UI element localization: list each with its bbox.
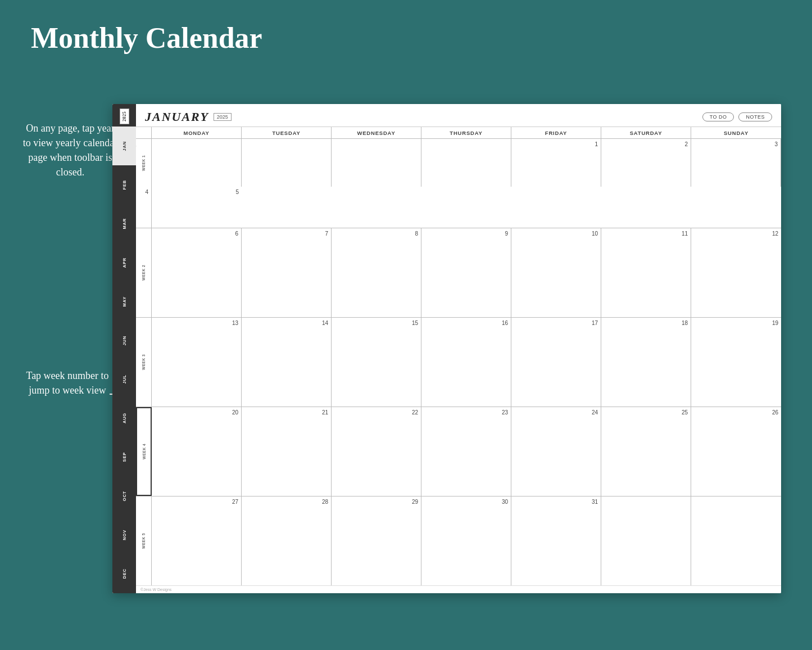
month-tab-label: APR [122,258,127,268]
month-tab-feb[interactable]: FEB [112,165,136,204]
month-tab-label: MAR [122,218,127,229]
month-tab-aug[interactable]: AUG [112,399,136,437]
day-header-wed: WEDNESDAY [332,127,421,138]
month-tab-dec[interactable]: DEC [112,554,136,593]
year-tab[interactable]: 2025 [120,109,129,124]
week-label: WEEK 5 [142,533,146,549]
calendar-spine: 2025 JANFEBMARAPRMAYJUNJULAUGSEPOCTNOVDE… [112,104,136,593]
week-label: WEEK 3 [142,354,146,370]
month-tab-jul[interactable]: JUL [112,360,136,399]
month-tab-label: JUN [122,336,127,345]
month-tab-label: JUL [122,374,127,384]
month-tab-label: JAN [122,141,127,151]
day-cell[interactable]: 26 [691,407,781,496]
day-header-tue: TUESDAY [242,127,332,138]
day-cell[interactable]: 6 [152,228,242,317]
week-label-cell-4[interactable]: WEEK 4 [136,407,152,496]
calendar-row: WEEK 5272829303100 [136,496,781,585]
day-header-mon: MONDAY [152,127,242,138]
day-cell[interactable]: 12 [691,228,781,317]
day-cell[interactable]: 10 [511,228,601,317]
month-tab-label: NOV [122,530,127,540]
day-cell[interactable]: 17 [511,318,601,407]
days-header: MONDAY TUESDAY WEDNESDAY THURSDAY FRIDAY… [136,127,781,139]
day-cell[interactable]: 30 [421,496,511,585]
month-tab-mar[interactable]: MAR [112,204,136,243]
day-cell[interactable]: 4 [136,187,152,228]
day-cell[interactable]: 21 [242,407,332,496]
month-tab-label: FEB [122,180,127,189]
todo-button[interactable]: TO DO [702,112,734,121]
week-label: WEEK 1 [142,155,146,171]
month-tab-label: OCT [122,491,127,501]
month-tabs: JANFEBMARAPRMAYJUNJULAUGSEPOCTNOVDEC [112,127,136,593]
month-tab-label: MAY [122,296,127,306]
header-buttons: TO DO NOTES [702,112,772,121]
calendar-row: WEEK 1000012345 [136,139,781,228]
month-tab-nov[interactable]: NOV [112,516,136,554]
day-cell[interactable]: 29 [332,496,421,585]
month-tab-oct[interactable]: OCT [112,477,136,516]
month-tab-label: SEP [122,452,127,462]
week-label-cell-5[interactable]: WEEK 5 [136,496,152,585]
day-cell[interactable]: 13 [152,318,242,407]
day-cell[interactable]: 8 [332,228,421,317]
day-cell[interactable]: 7 [242,228,332,317]
year-badge[interactable]: 2025 [214,113,232,121]
week-label-cell-3[interactable]: WEEK 3 [136,318,152,407]
day-cell[interactable]: 18 [601,318,691,407]
day-cell[interactable]: 11 [601,228,691,317]
day-cell[interactable]: 1 [511,139,601,187]
day-cell[interactable]: 14 [242,318,332,407]
day-cell: 0 [691,496,781,585]
copyright: ©Jess W Designs [136,585,781,593]
notes-button[interactable]: NOTES [738,112,772,121]
calendar-container: 2025 JANFEBMARAPRMAYJUNJULAUGSEPOCTNOVDE… [112,104,781,593]
month-tab-label: DEC [122,568,127,579]
day-cell: 0 [601,496,691,585]
annotation-bottom: Tap week number to jump to week view [22,368,112,398]
day-cell[interactable]: 15 [332,318,421,407]
day-cell[interactable]: 23 [421,407,511,496]
day-cell[interactable]: 24 [511,407,601,496]
month-tab-apr[interactable]: APR [112,243,136,282]
calendar-row: WEEK 26789101112 [136,228,781,318]
day-cell: 0 [421,139,511,187]
day-cell[interactable]: 22 [332,407,421,496]
day-cell[interactable]: 19 [691,318,781,407]
week-col-header [136,127,152,138]
day-cell: 0 [242,139,332,187]
day-cell[interactable]: 31 [511,496,601,585]
day-cell[interactable]: 2 [601,139,691,187]
day-cell[interactable]: 16 [421,318,511,407]
week-label-cell-2[interactable]: WEEK 2 [136,228,152,317]
day-header-sun: SUNDAY [691,127,781,138]
month-tab-jun[interactable]: JUN [112,321,136,360]
month-title: JANUARY [145,110,209,124]
day-cell[interactable]: 28 [242,496,332,585]
day-header-thu: THURSDAY [421,127,511,138]
page-title: Monthly Calendar [0,0,812,55]
annotation-top: On any page, tap year to view yearly cal… [22,121,118,179]
calendar-row: WEEK 420212223242526 [136,407,781,496]
week-label: WEEK 2 [142,265,146,281]
calendar-grid: WEEK 1000012345WEEK 26789101112WEEK 3131… [136,139,781,585]
day-cell: 0 [152,139,242,187]
calendar-header: JANUARY 2025 TO DO NOTES [136,104,781,127]
day-cell[interactable]: 3 [691,139,781,187]
day-header-sat: SATURDAY [601,127,691,138]
month-tab-jan[interactable]: JAN [112,127,136,165]
day-cell[interactable]: 20 [152,407,242,496]
month-tab-may[interactable]: MAY [112,282,136,321]
month-tab-label: AUG [122,413,127,423]
calendar-main: JANUARY 2025 TO DO NOTES MONDAY TUESDAY … [136,104,781,593]
week-label-cell-1[interactable]: WEEK 1 [136,139,152,187]
calendar-row: WEEK 313141516171819 [136,318,781,407]
day-cell[interactable]: 27 [152,496,242,585]
day-cell[interactable]: 9 [421,228,511,317]
month-tab-sep[interactable]: SEP [112,437,136,476]
day-header-fri: FRIDAY [511,127,601,138]
day-cell[interactable]: 25 [601,407,691,496]
day-cell: 0 [332,139,421,187]
day-cell[interactable]: 5 [152,187,242,228]
